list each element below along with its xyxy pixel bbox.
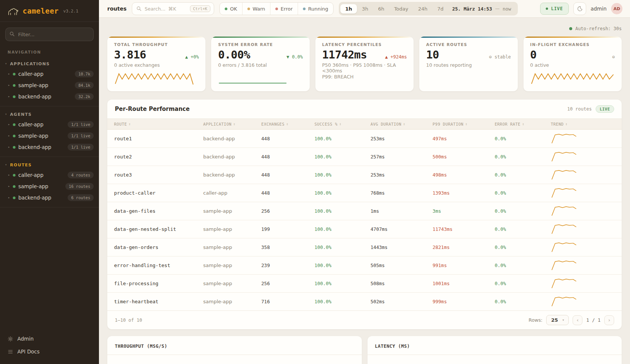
- kpi-subtitle: P50 360ms · P95 1008ms · SLA <300ms: [322, 62, 407, 74]
- search-input[interactable]: [145, 6, 187, 12]
- p99-duration-value: 11743ms: [432, 226, 494, 232]
- column-success[interactable]: SUCCESS %↕: [314, 122, 371, 126]
- chart-header: LATENCY (MS): [368, 336, 622, 355]
- column-route[interactable]: ROUTE↕: [114, 122, 203, 126]
- sidebar-item-label: backend-app: [19, 195, 51, 201]
- time-span[interactable]: 25. März 14:53 — now: [448, 6, 516, 12]
- p99-duration-value: 497ms: [432, 136, 494, 141]
- throughput-sparkline: [114, 68, 199, 87]
- sidebar-item[interactable]: ▸ backend-app 1/1 live: [0, 141, 99, 153]
- sort-icon: ↕: [465, 122, 468, 126]
- filter-ok[interactable]: OK: [220, 3, 242, 15]
- section-header-agents[interactable]: ▾ AGENTS: [0, 109, 99, 119]
- live-toggle-button[interactable]: LIVE: [540, 3, 569, 15]
- route-name: file-processing: [114, 281, 203, 286]
- column-error-rate[interactable]: ERROR RATE↕: [495, 122, 551, 126]
- error-rate-value: 0.0%: [495, 226, 551, 232]
- table-row[interactable]: data-gen-orders sample-app 358 100.0% 14…: [107, 238, 622, 256]
- error-rate-value: 0.0%: [495, 190, 551, 196]
- time-from: 25. März 14:53: [452, 6, 492, 12]
- kpi-value: 0.00%: [218, 48, 250, 61]
- section-header-routes[interactable]: ▾ ROUTES: [0, 159, 99, 169]
- sidebar-item-label: caller-app: [19, 121, 43, 127]
- table-row[interactable]: data-gen-files sample-app 256 100.0% 1ms…: [107, 202, 622, 220]
- topbar: routes Ctrl+K OK Warn: [99, 0, 630, 18]
- table-row[interactable]: file-processing sample-app 256 100.0% 50…: [107, 274, 622, 292]
- exchanges-value: 358: [261, 244, 315, 250]
- gear-icon: [8, 336, 13, 342]
- table-row[interactable]: data-gen-nested-split sample-app 199 100…: [107, 220, 622, 238]
- sidebar-link-label: Admin: [17, 336, 34, 342]
- route-name: product-caller: [114, 190, 203, 196]
- route-name: data-gen-files: [114, 208, 203, 214]
- prev-page-button[interactable]: ‹: [573, 315, 582, 325]
- kpi-value: 3.816: [114, 48, 146, 61]
- kpi-total-throughput: TOTAL THROUGHPUT 3.816 ▲ +0% 0 active ex…: [107, 37, 205, 91]
- sidebar-item[interactable]: ▸ caller-app 4 routes: [0, 169, 99, 181]
- error-rate-value: 0.0%: [495, 208, 551, 214]
- section-header-applications[interactable]: ▾ APPLICATIONS: [0, 58, 99, 68]
- range-3h[interactable]: 3h: [357, 4, 373, 14]
- breadcrumb: routes: [107, 6, 127, 12]
- sidebar-item[interactable]: ▸ sample-app 84.1k: [0, 80, 99, 91]
- route-name: data-gen-orders: [114, 244, 203, 250]
- logo[interactable]: cameleer v3.2.1: [0, 0, 99, 22]
- sidebar-item[interactable]: ▸ sample-app 1/1 live: [0, 130, 99, 141]
- avg-duration-value: 505ms: [371, 263, 432, 268]
- filter-input[interactable]: [5, 28, 94, 41]
- range-6h[interactable]: 6h: [373, 4, 389, 14]
- column-trend[interactable]: TREND↕: [551, 122, 615, 126]
- application-name: sample-app: [203, 226, 261, 232]
- table-row[interactable]: route2 backend-app 448 100.0% 257ms 500m…: [107, 147, 622, 166]
- error-rate-value: 0.0%: [495, 136, 551, 141]
- column-avg-duration[interactable]: AVG DURATION↕: [371, 122, 432, 126]
- chevron-down-icon: ▾: [5, 113, 7, 116]
- table-row[interactable]: route1 backend-app 448 100.0% 253ms 497m…: [107, 129, 622, 147]
- table-row[interactable]: error-handling-test sample-app 239 100.0…: [107, 256, 622, 274]
- next-page-button[interactable]: ›: [604, 315, 614, 325]
- kpi-subtitle-2: P99: BREACH: [322, 74, 407, 80]
- status-dot: [13, 185, 15, 188]
- sidebar-item-badge: 10.7k: [75, 71, 94, 77]
- filter-warn[interactable]: Warn: [242, 3, 270, 15]
- column-p99-duration[interactable]: P99 DURATION↕: [432, 122, 494, 126]
- sidebar-link-api-docs[interactable]: API Docs: [0, 345, 99, 358]
- column-exchanges[interactable]: EXCHANGES↕: [261, 122, 315, 126]
- sidebar-item-label: sample-app: [19, 82, 48, 88]
- sidebar-link-admin[interactable]: Admin: [0, 332, 99, 345]
- table-row[interactable]: timer-heartbeat sample-app 716 100.0% 50…: [107, 292, 622, 310]
- sidebar-item[interactable]: ▸ backend-app 6 routes: [0, 192, 99, 203]
- range-today[interactable]: Today: [389, 4, 413, 14]
- moon-icon: [577, 6, 583, 12]
- shortcut-hint: Ctrl+K: [190, 5, 210, 12]
- range-24h[interactable]: 24h: [413, 4, 432, 14]
- range-7d[interactable]: 7d: [432, 4, 449, 14]
- table-row[interactable]: route3 backend-app 448 100.0% 253ms 498m…: [107, 166, 622, 184]
- chevron-down-icon: ▾: [5, 63, 7, 65]
- filter-error[interactable]: Error: [270, 3, 298, 15]
- filter-running[interactable]: Running: [298, 3, 333, 15]
- kpi-subtitle: 0 errors / 3.816 total: [218, 62, 303, 68]
- success-value: 100.0%: [314, 299, 371, 304]
- success-value: 100.0%: [314, 208, 371, 214]
- application-name: sample-app: [203, 244, 261, 250]
- error-rate-sparkline: [218, 68, 303, 87]
- trend-sparkline: [551, 169, 615, 181]
- rows-per-page-select[interactable]: 25 ▾: [546, 315, 569, 325]
- kpi-delta: ⊖ stable: [489, 54, 511, 60]
- exchanges-value: 239: [261, 263, 315, 268]
- table-row[interactable]: product-caller caller-app 448 100.0% 768…: [107, 184, 622, 202]
- route-name: route2: [114, 154, 203, 160]
- sidebar-item[interactable]: ▸ backend-app 32.2k: [0, 91, 99, 102]
- avatar[interactable]: AD: [611, 3, 622, 14]
- column-application[interactable]: APPLICATION↕: [203, 122, 261, 126]
- sidebar-item[interactable]: ▸ sample-app 16 routes: [0, 181, 99, 192]
- theme-toggle-button[interactable]: [573, 2, 586, 15]
- agents-list: ▸ caller-app 1/1 live ▸ sample-app 1/1 l…: [0, 119, 99, 153]
- range-1h[interactable]: 1h: [340, 4, 357, 14]
- live-badge: LIVE: [596, 105, 614, 113]
- chevron-right-icon: ▸: [8, 185, 10, 188]
- sidebar-item-label: backend-app: [19, 94, 51, 100]
- sidebar-item[interactable]: ▸ caller-app 1/1 live: [0, 119, 99, 130]
- sidebar-item[interactable]: ▸ caller-app 10.7k: [0, 68, 99, 80]
